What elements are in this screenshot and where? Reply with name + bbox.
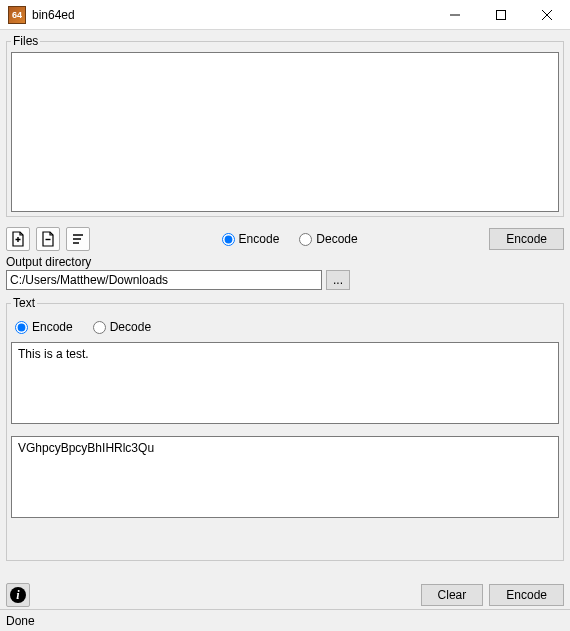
info-icon: i <box>10 587 26 603</box>
text-fieldset: Text Encode Decode <box>6 296 564 561</box>
add-file-button[interactable] <box>6 227 30 251</box>
output-directory-row: Output directory ... <box>6 255 564 290</box>
file-encode-radio-label: Encode <box>239 232 280 246</box>
file-add-icon <box>10 231 26 247</box>
main-content: Files Encode Decode Encode Output dir <box>0 30 570 609</box>
text-decode-radio[interactable]: Decode <box>93 320 151 334</box>
window-title: bin64ed <box>32 8 432 22</box>
remove-file-button[interactable] <box>36 227 60 251</box>
text-encode-radio-label: Encode <box>32 320 73 334</box>
file-controls-row: Encode Decode Encode <box>6 227 564 251</box>
minimize-button[interactable] <box>432 0 478 30</box>
statusbar: Done <box>0 609 570 631</box>
maximize-icon <box>496 10 506 20</box>
text-encode-radio[interactable]: Encode <box>15 320 73 334</box>
output-directory-input[interactable] <box>6 270 322 290</box>
app-icon: 64 <box>8 6 26 24</box>
minimize-icon <box>450 10 460 20</box>
maximize-button[interactable] <box>478 0 524 30</box>
file-decode-radio[interactable]: Decode <box>299 232 357 246</box>
svg-rect-0 <box>497 10 506 19</box>
text-decode-radio-label: Decode <box>110 320 151 334</box>
about-button[interactable]: i <box>6 583 30 607</box>
files-listbox[interactable] <box>11 52 559 212</box>
file-encode-button[interactable]: Encode <box>489 228 564 250</box>
text-mode-radio-group: Encode Decode <box>15 320 555 334</box>
browse-directory-button[interactable]: ... <box>326 270 350 290</box>
titlebar: 64 bin64ed <box>0 0 570 30</box>
text-input-textarea[interactable] <box>11 342 559 424</box>
bottom-bar: i Clear Encode <box>6 583 564 607</box>
clear-text-button[interactable]: Clear <box>421 584 484 606</box>
files-legend: Files <box>11 34 40 48</box>
file-decode-radio-input[interactable] <box>299 233 312 246</box>
close-icon <box>542 10 552 20</box>
file-mode-radio-group: Encode Decode <box>222 232 358 246</box>
text-decode-radio-input[interactable] <box>93 321 106 334</box>
close-button[interactable] <box>524 0 570 30</box>
file-remove-icon <box>40 231 56 247</box>
text-encode-button[interactable]: Encode <box>489 584 564 606</box>
files-fieldset: Files <box>6 34 564 217</box>
file-encode-radio[interactable]: Encode <box>222 232 280 246</box>
status-text: Done <box>6 614 35 628</box>
output-directory-label: Output directory <box>6 255 564 269</box>
file-encode-radio-input[interactable] <box>222 233 235 246</box>
clear-list-icon <box>70 231 86 247</box>
text-legend: Text <box>11 296 37 310</box>
text-output-textarea[interactable] <box>11 436 559 518</box>
clear-files-button[interactable] <box>66 227 90 251</box>
text-encode-radio-input[interactable] <box>15 321 28 334</box>
file-decode-radio-label: Decode <box>316 232 357 246</box>
